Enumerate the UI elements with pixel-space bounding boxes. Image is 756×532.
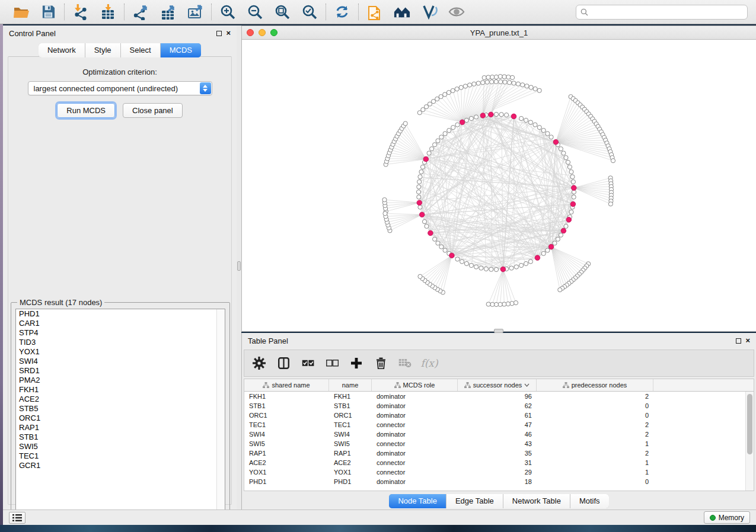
cell-successor-nodes[interactable]: 62 (458, 402, 537, 409)
network-node[interactable] (419, 170, 423, 174)
search-input[interactable] (591, 8, 743, 16)
cell-mcds-role[interactable]: connector (372, 421, 458, 428)
network-node[interactable] (611, 159, 615, 163)
new-network-from-selection-icon[interactable] (366, 4, 383, 20)
cell-predecessor-nodes[interactable]: 0 (537, 478, 653, 485)
network-node[interactable] (464, 118, 468, 122)
table-scrollbar[interactable] (745, 392, 754, 491)
network-node[interactable] (514, 265, 518, 269)
network-node[interactable] (485, 80, 489, 84)
mcds-hub-node[interactable] (572, 185, 577, 191)
network-node[interactable] (430, 147, 434, 151)
network-node[interactable] (513, 301, 518, 305)
network-node[interactable] (490, 75, 495, 79)
network-node[interactable] (572, 195, 576, 199)
network-node[interactable] (519, 263, 524, 267)
mcds-hub-node[interactable] (511, 114, 516, 119)
network-node[interactable] (499, 113, 503, 117)
column-header-successor-nodes[interactable]: successor nodes (458, 379, 537, 391)
network-node[interactable] (525, 84, 529, 88)
network-node[interactable] (484, 267, 488, 271)
network-canvas[interactable] (242, 40, 756, 331)
network-node[interactable] (570, 175, 575, 179)
cell-shared-name[interactable]: SWI4 (244, 431, 329, 438)
mcds-hub-node[interactable] (423, 156, 429, 162)
tab-style[interactable]: Style (85, 43, 121, 57)
mcds-result-item[interactable]: SRD1 (16, 366, 225, 376)
mcds-result-item[interactable]: PHD1 (16, 309, 225, 319)
network-node[interactable] (546, 248, 550, 252)
network-node[interactable] (439, 245, 444, 249)
network-node[interactable] (541, 251, 546, 255)
cell-mcds-role[interactable]: connector (372, 440, 458, 447)
network-node[interactable] (489, 267, 493, 271)
mcds-hub-node[interactable] (428, 230, 433, 236)
network-node[interactable] (533, 86, 537, 91)
close-panel-button-mcds[interactable]: Close panel (123, 103, 183, 118)
cell-predecessor-nodes[interactable]: 0 (537, 402, 653, 409)
cell-mcds-role[interactable]: connector (372, 459, 458, 466)
table-row[interactable]: RAP1RAP1dominator352 (244, 448, 745, 458)
mcds-hub-node[interactable] (535, 255, 540, 261)
import-table-icon[interactable] (100, 4, 116, 20)
cell-name[interactable]: RAP1 (329, 450, 372, 457)
mcds-result-item[interactable]: GCR1 (16, 461, 225, 470)
cell-name[interactable]: TEC1 (329, 421, 372, 428)
network-node[interactable] (474, 265, 479, 269)
network-node[interactable] (403, 121, 407, 126)
mcds-hub-node[interactable] (417, 200, 422, 206)
network-node[interactable] (516, 82, 520, 86)
network-node[interactable] (503, 80, 507, 84)
network-node[interactable] (541, 129, 546, 133)
cell-successor-nodes[interactable]: 43 (458, 440, 537, 447)
network-node[interactable] (427, 151, 431, 155)
mcds-hub-node[interactable] (570, 201, 576, 207)
cell-predecessor-nodes[interactable]: 2 (537, 421, 653, 428)
network-node[interactable] (418, 274, 422, 278)
show-hide-icon[interactable] (448, 4, 465, 20)
network-node[interactable] (481, 81, 485, 85)
cell-mcds-role[interactable]: dominator (372, 412, 458, 419)
network-node[interactable] (451, 126, 455, 130)
mcds-list-scrollbar[interactable] (216, 309, 225, 517)
table-row[interactable]: ACE2ACE2connector311 (244, 458, 745, 467)
splitter-handle[interactable] (494, 329, 503, 333)
network-node[interactable] (502, 302, 506, 306)
memory-button[interactable]: Memory (704, 511, 750, 524)
cell-shared-name[interactable]: RAP1 (244, 450, 329, 457)
mcds-result-item[interactable]: ACE2 (16, 395, 225, 404)
network-node[interactable] (549, 135, 553, 139)
cell-mcds-role[interactable]: dominator (372, 478, 458, 485)
delete-column-icon[interactable] (374, 357, 387, 370)
table-row[interactable]: SWI5SWI5connector431 (244, 439, 745, 448)
cell-shared-name[interactable]: STB1 (244, 402, 329, 409)
mcds-hub-node[interactable] (489, 112, 494, 117)
network-node[interactable] (455, 257, 460, 261)
network-node[interactable] (494, 267, 498, 271)
network-node[interactable] (382, 198, 387, 202)
tab-edge-table[interactable]: Edge Table (446, 494, 503, 508)
network-node[interactable] (439, 95, 443, 99)
cell-predecessor-nodes[interactable]: 1 (537, 469, 653, 476)
cell-mcds-role[interactable]: connector (372, 469, 458, 476)
cell-successor-nodes[interactable]: 96 (458, 393, 537, 400)
tab-network-table[interactable]: Network Table (503, 494, 570, 508)
cell-predecessor-nodes[interactable]: 2 (537, 450, 653, 457)
float-panel-button[interactable] (736, 338, 741, 344)
network-node[interactable] (569, 170, 573, 174)
network-node[interactable] (559, 233, 563, 237)
show-panels-menu-button[interactable] (9, 512, 25, 524)
network-node[interactable] (425, 224, 429, 228)
tab-motifs[interactable]: Motifs (570, 494, 609, 508)
mcds-result-item[interactable]: ORC1 (16, 414, 225, 423)
network-node[interactable] (512, 81, 516, 85)
network-node[interactable] (447, 129, 451, 133)
network-node[interactable] (422, 220, 426, 224)
network-node[interactable] (511, 75, 515, 79)
close-panel-button[interactable]: × (745, 338, 750, 344)
network-node[interactable] (564, 224, 568, 228)
cell-predecessor-nodes[interactable]: 2 (537, 431, 653, 438)
network-node[interactable] (529, 85, 533, 89)
network-node[interactable] (486, 75, 490, 79)
vertical-splitter[interactable] (237, 25, 241, 509)
